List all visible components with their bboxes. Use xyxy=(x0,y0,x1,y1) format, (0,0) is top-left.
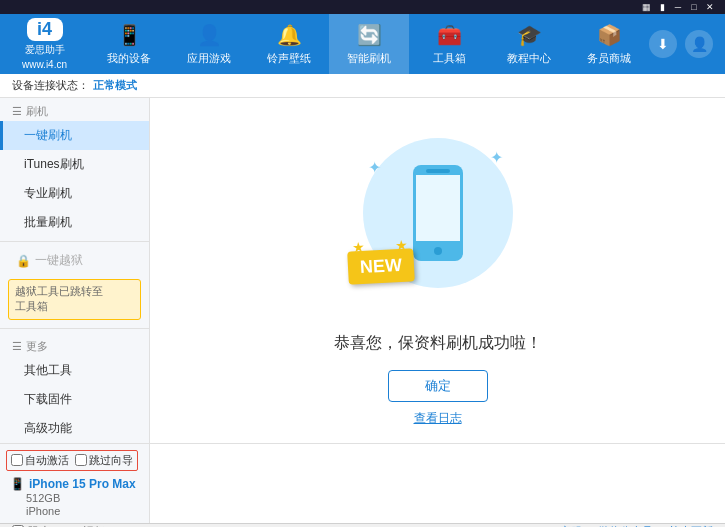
nav-my-device-label: 我的设备 xyxy=(107,51,151,66)
sidebar-divider-1 xyxy=(0,241,149,242)
close-button[interactable]: ✕ xyxy=(703,0,717,14)
main-content: ✦ ✦ ★ NEW ★ 恭喜您，保资料刷机成功啦！ 确定 xyxy=(150,98,725,443)
logo-text: i4 xyxy=(37,19,52,40)
bottom-content-spacer xyxy=(150,443,725,523)
user-button[interactable]: 👤 xyxy=(685,30,713,58)
logo-url: www.i4.cn xyxy=(22,59,67,70)
svg-point-3 xyxy=(434,247,442,255)
svg-rect-2 xyxy=(426,169,450,173)
nav-smart-flash-label: 智能刷机 xyxy=(347,51,391,66)
window-controls: ▦ ▮ ─ □ ✕ xyxy=(639,0,717,14)
success-illustration: ✦ ✦ ★ NEW ★ xyxy=(348,113,528,313)
maximize-button[interactable]: □ xyxy=(687,0,701,14)
nav-items: 📱 我的设备 👤 应用游戏 🔔 铃声壁纸 🔄 智能刷机 🧰 工具箱 🎓 xyxy=(89,14,649,74)
device-info: 📱 iPhone 15 Pro Max 512GB iPhone xyxy=(6,475,143,519)
sidebar-disabled-jailbreak: 🔒 一键越狱 xyxy=(0,246,149,275)
logo-icon: i4 xyxy=(27,18,63,41)
star-right: ★ xyxy=(395,239,407,254)
phone-svg xyxy=(408,163,468,263)
app-header: i4 爱思助手 www.i4.cn 📱 我的设备 👤 应用游戏 🔔 铃声壁纸 🔄… xyxy=(0,14,725,74)
guided-setup-checkbox[interactable] xyxy=(75,454,87,466)
footer: 阻止iTunes运行 V7.98.66 客服 微信公众号 检查更新 xyxy=(0,523,725,527)
sidebar-flash-section: ☰ 刷机 xyxy=(0,98,149,121)
auto-activate-checkbox-label[interactable]: 自动激活 xyxy=(11,453,69,468)
sparkle-2: ✦ xyxy=(368,158,381,177)
status-bar: 设备连接状态： 正常模式 xyxy=(0,74,725,98)
my-device-icon: 📱 xyxy=(117,23,142,47)
guided-setup-checkbox-label[interactable]: 跳过向导 xyxy=(75,453,133,468)
tutorial-icon: 🎓 xyxy=(517,23,542,47)
sparkle-1: ✦ xyxy=(490,148,503,167)
success-text: 恭喜您，保资料刷机成功啦！ xyxy=(334,333,542,354)
bottom-sidebar: 自动激活 跳过向导 📱 iPhone 15 Pro Max 512GB iPho… xyxy=(0,443,150,523)
bottom-row: 自动激活 跳过向导 📱 iPhone 15 Pro Max 512GB iPho… xyxy=(0,443,725,523)
battery-icon: ▮ xyxy=(655,0,669,14)
more-section-icon: ☰ xyxy=(12,340,22,353)
ringtone-icon: 🔔 xyxy=(277,23,302,47)
log-link[interactable]: 查看日志 xyxy=(414,410,462,427)
device-name-row: 📱 iPhone 15 Pro Max xyxy=(10,477,139,491)
flash-section-icon: ☰ xyxy=(12,105,22,118)
sidebar-item-pro-flash[interactable]: 专业刷机 xyxy=(0,179,149,208)
svg-rect-1 xyxy=(416,175,460,241)
device-storage: 512GB xyxy=(10,492,139,504)
smart-flash-icon: 🔄 xyxy=(357,23,382,47)
logo-area: i4 爱思助手 www.i4.cn xyxy=(0,14,89,74)
minimize-button[interactable]: ─ xyxy=(671,0,685,14)
nav-my-device[interactable]: 📱 我的设备 xyxy=(89,14,169,74)
app-window: ▦ ▮ ─ □ ✕ i4 爱思助手 www.i4.cn 📱 我的设备 👤 应用游… xyxy=(0,0,725,527)
sidebar: ☰ 刷机 一键刷机 iTunes刷机 专业刷机 批量刷机 🔒 xyxy=(0,98,150,443)
nav-tutorial[interactable]: 🎓 教程中心 xyxy=(489,14,569,74)
sidebar-item-advanced[interactable]: 高级功能 xyxy=(0,414,149,443)
sidebar-item-one-key-flash[interactable]: 一键刷机 xyxy=(0,121,149,150)
nav-smart-flash[interactable]: 🔄 智能刷机 xyxy=(329,14,409,74)
header-right: ⬇ 👤 xyxy=(649,30,725,58)
checkbox-row: 自动激活 跳过向导 xyxy=(6,450,138,471)
nav-apps-label: 应用游戏 xyxy=(187,51,231,66)
status-mode: 正常模式 xyxy=(93,78,137,93)
status-prefix: 设备连接状态： xyxy=(12,78,89,93)
sidebar-divider-2 xyxy=(0,328,149,329)
sidebar-item-batch-flash[interactable]: 批量刷机 xyxy=(0,208,149,237)
toolbox-icon: 🧰 xyxy=(437,23,462,47)
sidebar-item-other-tools[interactable]: 其他工具 xyxy=(0,356,149,385)
logo-subtitle: 爱思助手 xyxy=(25,43,65,57)
nav-tutorial-label: 教程中心 xyxy=(507,51,551,66)
wifi-icon: ▦ xyxy=(639,0,653,14)
nav-service[interactable]: 📦 务员商城 xyxy=(569,14,649,74)
device-type: iPhone xyxy=(10,505,139,517)
device-phone-icon: 📱 xyxy=(10,477,25,491)
sidebar-item-download-firmware[interactable]: 下载固件 xyxy=(0,385,149,414)
sidebar-more-section: ☰ 更多 xyxy=(0,333,149,356)
apps-icon: 👤 xyxy=(197,23,222,47)
star-left: ★ xyxy=(352,241,364,256)
nav-service-label: 务员商城 xyxy=(587,51,631,66)
sidebar-notice: 越狱工具已跳转至工具箱 xyxy=(8,279,141,320)
new-badge: ★ NEW ★ xyxy=(347,249,415,285)
nav-ringtone-label: 铃声壁纸 xyxy=(267,51,311,66)
nav-toolbox-label: 工具箱 xyxy=(433,51,466,66)
sidebar-item-itunes-flash[interactable]: iTunes刷机 xyxy=(0,150,149,179)
nav-apps[interactable]: 👤 应用游戏 xyxy=(169,14,249,74)
auto-activate-checkbox[interactable] xyxy=(11,454,23,466)
window-topbar: ▦ ▮ ─ □ ✕ xyxy=(0,0,725,14)
lock-icon: 🔒 xyxy=(16,254,31,268)
service-icon: 📦 xyxy=(597,23,622,47)
download-button[interactable]: ⬇ xyxy=(649,30,677,58)
confirm-button[interactable]: 确定 xyxy=(388,370,488,402)
nav-toolbox[interactable]: 🧰 工具箱 xyxy=(409,14,489,74)
nav-ringtone[interactable]: 🔔 铃声壁纸 xyxy=(249,14,329,74)
